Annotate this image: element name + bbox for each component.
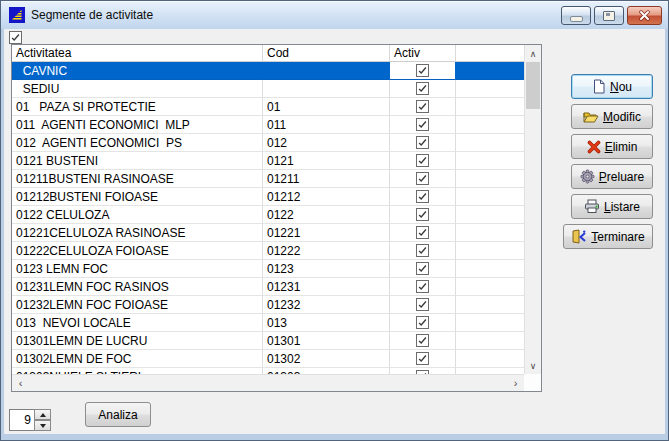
elimin-button[interactable]: Elimin xyxy=(571,134,653,159)
activ-checkbox[interactable] xyxy=(416,352,429,365)
cell-cod[interactable]: 0121 xyxy=(263,152,390,170)
cell-cod[interactable]: 01212 xyxy=(263,188,390,206)
activ-checkbox[interactable] xyxy=(416,280,429,293)
cell-cod[interactable]: 011 xyxy=(263,116,390,134)
maximize-button[interactable] xyxy=(594,6,624,25)
scroll-right-icon[interactable]: › xyxy=(507,375,524,391)
cell-cod[interactable]: 01221 xyxy=(263,224,390,242)
open-folder-icon xyxy=(583,110,599,124)
table-row[interactable]: 013 NEVOI LOCALE 013 xyxy=(12,314,524,332)
table-row[interactable]: 01221CELULOZA RASINOASE 01221 xyxy=(12,224,524,242)
cell-activitatea[interactable]: 01222CELULOZA FOIOASE xyxy=(12,242,263,260)
activ-checkbox[interactable] xyxy=(416,82,429,95)
client-area: Activitatea Cod Activ CAVNIC SEDIU xyxy=(4,29,665,434)
table-row[interactable]: 01301LEMN DE LUCRU 01301 xyxy=(12,332,524,350)
count-spinner-value[interactable]: 9 xyxy=(9,409,35,431)
cell-cod[interactable] xyxy=(263,62,390,80)
options-checkbox[interactable] xyxy=(9,31,22,44)
table-row[interactable]: 01231LEMN FOC RASINOS 01231 xyxy=(12,278,524,296)
terminare-button[interactable]: Terminare xyxy=(563,224,653,249)
cell-activitatea[interactable]: 013 NEVOI LOCALE xyxy=(12,314,263,332)
cell-activitatea[interactable]: 01221CELULOZA RASINOASE xyxy=(12,224,263,242)
modific-button[interactable]: Modific xyxy=(571,104,653,129)
close-button[interactable] xyxy=(627,6,662,25)
table-row[interactable]: 0122 CELULOZA 0122 xyxy=(12,206,524,224)
cell-cod[interactable]: 01231 xyxy=(263,278,390,296)
cell-cod[interactable] xyxy=(263,80,390,98)
scroll-down-icon[interactable]: ∨ xyxy=(525,357,541,374)
cell-activitatea[interactable]: 01 PAZA SI PROTECTIE xyxy=(12,98,263,116)
table-row[interactable]: 0123 LEMN FOC 0123 xyxy=(12,260,524,278)
cell-empty xyxy=(456,188,524,206)
preluare-button[interactable]: Preluare xyxy=(571,164,653,189)
horizontal-scrollbar[interactable]: ‹ › xyxy=(12,374,524,391)
title-bar[interactable]: Segmente de activitate xyxy=(1,1,668,29)
cell-activitatea[interactable]: CAVNIC xyxy=(12,62,263,80)
cell-activ xyxy=(390,332,456,350)
table-row[interactable]: CAVNIC xyxy=(12,62,524,80)
cell-cod[interactable]: 01232 xyxy=(263,296,390,314)
cell-activitatea[interactable]: 012 AGENTI ECONOMICI PS xyxy=(12,134,263,152)
cell-activitatea[interactable]: 01231LEMN FOC RASINOS xyxy=(12,278,263,296)
vertical-scrollbar-thumb[interactable] xyxy=(526,62,540,109)
activ-checkbox[interactable] xyxy=(416,226,429,239)
cell-activitatea[interactable]: 01211BUSTENI RASINOASE xyxy=(12,170,263,188)
table-row[interactable]: 01302LEMN DE FOC 01302 xyxy=(12,350,524,368)
activ-checkbox[interactable] xyxy=(416,262,429,275)
activ-checkbox[interactable] xyxy=(416,118,429,131)
column-header-activitatea[interactable]: Activitatea xyxy=(12,45,263,61)
table-row[interactable]: 01 PAZA SI PROTECTIE 01 xyxy=(12,98,524,116)
activ-checkbox[interactable] xyxy=(416,208,429,221)
analiza-button[interactable]: Analiza xyxy=(85,402,151,427)
spinner-down-button[interactable] xyxy=(34,420,51,431)
scroll-left-icon[interactable]: ‹ xyxy=(12,375,29,391)
vertical-scrollbar[interactable]: ∧ ∨ xyxy=(524,45,541,374)
column-header-activ[interactable]: Activ xyxy=(390,45,456,61)
scroll-up-icon[interactable]: ∧ xyxy=(525,45,541,62)
cell-cod[interactable]: 013 xyxy=(263,314,390,332)
activ-checkbox[interactable] xyxy=(416,100,429,113)
cell-cod[interactable]: 0123 xyxy=(263,260,390,278)
cell-activitatea[interactable]: 011 AGENTI ECONOMICI MLP xyxy=(12,116,263,134)
nou-button[interactable]: Nou xyxy=(571,74,653,99)
column-header-cod[interactable]: Cod xyxy=(263,45,390,61)
cell-activitatea[interactable]: 0122 CELULOZA xyxy=(12,206,263,224)
table-row[interactable]: 01211BUSTENI RASINOASE 01211 xyxy=(12,170,524,188)
cell-cod[interactable]: 01211 xyxy=(263,170,390,188)
cell-cod[interactable]: 01 xyxy=(263,98,390,116)
activ-checkbox[interactable] xyxy=(416,154,429,167)
cell-cod[interactable]: 01222 xyxy=(263,242,390,260)
cell-activitatea[interactable]: 01301LEMN DE LUCRU xyxy=(12,332,263,350)
spinner-up-button[interactable] xyxy=(34,409,51,420)
activ-checkbox[interactable] xyxy=(416,64,429,77)
cell-activitatea[interactable]: 0123 LEMN FOC xyxy=(12,260,263,278)
table-row[interactable]: 01222CELULOZA FOIOASE 01222 xyxy=(12,242,524,260)
minimize-button[interactable] xyxy=(561,6,591,25)
cell-cod[interactable]: 01301 xyxy=(263,332,390,350)
cell-activitatea[interactable]: 01302LEMN DE FOC xyxy=(12,350,263,368)
activ-checkbox[interactable] xyxy=(416,334,429,347)
activ-checkbox[interactable] xyxy=(416,298,429,311)
table-row[interactable]: 011 AGENTI ECONOMICI MLP 011 xyxy=(12,116,524,134)
cell-cod[interactable]: 0122 xyxy=(263,206,390,224)
activ-checkbox[interactable] xyxy=(416,136,429,149)
table-row[interactable]: SEDIU xyxy=(12,80,524,98)
activ-checkbox[interactable] xyxy=(416,172,429,185)
cell-activitatea[interactable]: 01232LEMN FOC FOIOASE xyxy=(12,296,263,314)
table-row[interactable]: 012 AGENTI ECONOMICI PS 012 xyxy=(12,134,524,152)
activ-checkbox[interactable] xyxy=(416,190,429,203)
cell-cod[interactable]: 012 xyxy=(263,134,390,152)
button-label: Elimin xyxy=(605,140,638,154)
listare-button[interactable]: Listare xyxy=(571,194,653,219)
table-row[interactable]: 0121 BUSTENI 0121 xyxy=(12,152,524,170)
activ-checkbox[interactable] xyxy=(416,244,429,257)
table-row[interactable]: 01212BUSTENI FOIOASE 01212 xyxy=(12,188,524,206)
activ-checkbox[interactable] xyxy=(416,316,429,329)
table-row[interactable]: 01232LEMN FOC FOIOASE 01232 xyxy=(12,296,524,314)
checkbox-check-icon xyxy=(417,335,428,346)
checkbox-check-icon xyxy=(417,137,428,148)
cell-cod[interactable]: 01302 xyxy=(263,350,390,368)
cell-activitatea[interactable]: 0121 BUSTENI xyxy=(12,152,263,170)
cell-activitatea[interactable]: SEDIU xyxy=(12,80,263,98)
cell-activitatea[interactable]: 01212BUSTENI FOIOASE xyxy=(12,188,263,206)
